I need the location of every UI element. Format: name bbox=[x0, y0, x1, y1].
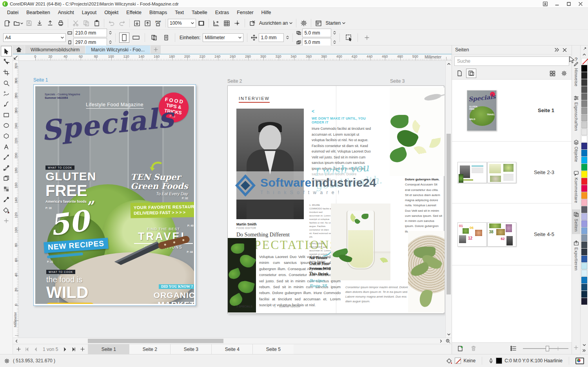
tool-polygon[interactable] bbox=[1, 131, 12, 141]
docker-tab-hinweise[interactable]: Hinweise bbox=[572, 59, 581, 89]
horizontal-ruler[interactable]: Millimeter020406080100120140160180200220… bbox=[19, 55, 452, 61]
menu-text[interactable]: Text bbox=[171, 9, 188, 16]
delete-page-icon[interactable] bbox=[468, 344, 479, 353]
zoom-level-combo[interactable]: 100% bbox=[168, 19, 196, 27]
menu-effekte[interactable]: Effekte bbox=[122, 9, 145, 16]
palette-swatch[interactable] bbox=[581, 65, 587, 72]
help-icon[interactable]: ? bbox=[575, 56, 577, 62]
fullscreen-preview-icon[interactable] bbox=[196, 18, 207, 28]
thumbnail-row-page1[interactable]: Specials GLUTENFREEWILDTRAVEL Seite 1 bbox=[452, 80, 572, 142]
palette-scroll-up-icon[interactable] bbox=[583, 52, 586, 57]
thumbnail-row-page4-5[interactable]: 01 06 12 38 62 bbox=[452, 203, 572, 265]
portrait-orientation-button[interactable] bbox=[119, 33, 129, 43]
page2-3-thumbnail[interactable] bbox=[457, 162, 516, 183]
h-scroll-thumb[interactable] bbox=[88, 339, 223, 343]
slider-handle[interactable] bbox=[546, 346, 549, 351]
maximize-button[interactable] bbox=[563, 0, 575, 7]
export-icon[interactable] bbox=[45, 18, 55, 28]
new-document-icon[interactable] bbox=[2, 18, 13, 28]
palette-swatch[interactable] bbox=[581, 107, 587, 114]
palette-swatch[interactable] bbox=[581, 206, 587, 213]
export-file-icon[interactable] bbox=[142, 18, 153, 28]
tool-interactive-fill[interactable] bbox=[1, 205, 12, 215]
menu-fenster[interactable]: Fenster bbox=[233, 9, 257, 16]
vertical-ruler[interactable]: Millimeter020406080100120140160180200220… bbox=[13, 61, 19, 338]
palette-swatch[interactable] bbox=[581, 143, 587, 149]
height-spinner[interactable] bbox=[109, 40, 112, 44]
palette-expand-icon[interactable] bbox=[583, 348, 586, 353]
paste-icon[interactable] bbox=[91, 18, 102, 28]
current-page-icon[interactable] bbox=[161, 33, 171, 43]
add-page-after-icon[interactable] bbox=[78, 345, 86, 353]
facing-pages-view-icon[interactable] bbox=[466, 69, 476, 78]
cover-fifty[interactable]: 50 bbox=[47, 203, 91, 242]
menu-hilfe[interactable]: Hilfe bbox=[258, 9, 275, 16]
palette-swatch[interactable] bbox=[581, 150, 587, 156]
docker-tab-kommentare[interactable]: Kommentare bbox=[572, 168, 581, 205]
menu-ansicht[interactable]: Ansicht bbox=[54, 9, 78, 16]
fill-status[interactable]: Keine bbox=[446, 358, 475, 364]
import-icon[interactable] bbox=[34, 18, 45, 28]
palette-swatch[interactable] bbox=[581, 185, 587, 192]
docker-tab-add-icon[interactable] bbox=[573, 345, 579, 350]
page4-5-thumbnail[interactable]: 01 06 12 38 62 bbox=[457, 222, 516, 247]
palette-swatch[interactable] bbox=[581, 199, 587, 206]
account-icon[interactable] bbox=[539, 0, 551, 7]
docker-options-gear-icon[interactable] bbox=[559, 69, 569, 78]
page-tab-1[interactable]: Seite 1 bbox=[88, 344, 129, 354]
import-file-icon[interactable] bbox=[132, 18, 142, 28]
duplicate-x-field[interactable]: 5.0 mm bbox=[302, 29, 331, 37]
cover-kicker[interactable]: Specials - Cooking MagazineSummer 06/205… bbox=[45, 93, 80, 100]
thumbnail-row-page2-3[interactable]: Seite 2-3 bbox=[452, 142, 572, 203]
tab-welcome-screen[interactable]: Willkommensbildschirm bbox=[25, 45, 85, 54]
tool-artistic-media[interactable] bbox=[1, 99, 12, 109]
leaf-basket-photo[interactable] bbox=[408, 231, 445, 312]
ruler-origin[interactable] bbox=[13, 55, 19, 61]
previous-page-icon[interactable] bbox=[32, 345, 40, 353]
toolbox-add-icon[interactable] bbox=[1, 215, 12, 226]
palette-eyedropper-icon[interactable] bbox=[582, 46, 586, 52]
minimize-button[interactable] bbox=[551, 0, 563, 7]
interview-portrait-photo[interactable] bbox=[236, 109, 304, 219]
page3-body-text[interactable]: Dolore gubergren illum. Consequat Accusa… bbox=[405, 177, 443, 234]
undo-icon[interactable] bbox=[106, 18, 117, 28]
home-tab-icon[interactable] bbox=[13, 45, 25, 54]
page-width-field[interactable]: 210.0 mm bbox=[73, 29, 107, 37]
new-tab-icon[interactable] bbox=[151, 45, 161, 54]
cut-icon[interactable] bbox=[70, 18, 81, 28]
snap-off-icon[interactable] bbox=[247, 18, 258, 28]
palette-no-color-swatch[interactable] bbox=[581, 58, 587, 65]
close-button[interactable] bbox=[575, 0, 586, 7]
palette-swatch[interactable] bbox=[581, 72, 587, 79]
next-page-icon[interactable] bbox=[61, 345, 69, 353]
tab-current-document[interactable]: Marcin Wilczynski - Foo... bbox=[85, 45, 150, 54]
back-glyph[interactable]: < bbox=[312, 109, 371, 114]
palette-swatch[interactable] bbox=[581, 129, 587, 135]
options-gear-icon[interactable] bbox=[298, 18, 309, 28]
cover-restaurants-banner[interactable]: YOUR FAVORITE RESTAURANTS, DELIVERED FAS… bbox=[131, 202, 194, 218]
palette-swatch[interactable] bbox=[581, 291, 587, 298]
palette-swatch[interactable] bbox=[581, 220, 587, 227]
page-tab-2[interactable]: Seite 2 bbox=[129, 344, 170, 354]
page-tab-5[interactable]: Seite 5 bbox=[252, 344, 294, 354]
palette-swatch[interactable] bbox=[581, 192, 587, 199]
palette-swatch[interactable] bbox=[581, 213, 587, 220]
interview-heading[interactable]: INTERVIEW bbox=[239, 96, 270, 103]
palette-swatch[interactable] bbox=[581, 122, 587, 128]
expectations-kicker[interactable]: Do Something Different bbox=[236, 232, 290, 238]
page-1[interactable]: Specials - Cooking MagazineSummer 06/205… bbox=[33, 84, 196, 306]
menu-layout[interactable]: Layout bbox=[78, 9, 101, 16]
menu-bearbeiten[interactable]: Bearbeiten bbox=[22, 9, 54, 16]
palette-swatch[interactable] bbox=[581, 171, 587, 178]
vertical-scrollbar[interactable] bbox=[445, 61, 452, 338]
tool-transparency[interactable] bbox=[1, 184, 12, 194]
treat-as-filled-icon[interactable] bbox=[343, 33, 354, 43]
palette-swatch[interactable] bbox=[581, 227, 587, 234]
palette-swatch[interactable] bbox=[581, 157, 587, 164]
docker-close-icon[interactable] bbox=[561, 46, 568, 54]
cover-wild-block[interactable]: WHAT TO COOK the food is WILD HOLIDAY FE… bbox=[46, 267, 94, 304]
page-2-3-spread[interactable]: INTERVIEW < WE DON'T MAKE IT UNTIL, YOU … bbox=[227, 85, 444, 314]
palette-swatch[interactable] bbox=[581, 164, 587, 171]
palette-swatch[interactable] bbox=[581, 263, 587, 269]
horizontal-scrollbar[interactable] bbox=[13, 338, 452, 344]
